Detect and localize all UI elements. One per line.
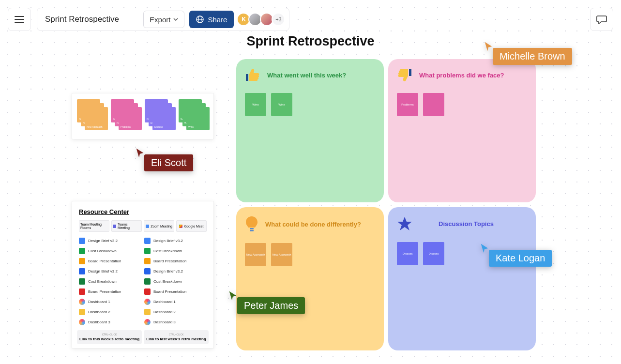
resource-label: Board Presentation bbox=[88, 259, 121, 263]
resource-label: Dashboard 2 bbox=[153, 310, 176, 314]
resource-row[interactable]: Dashboard 2 bbox=[79, 307, 141, 317]
resource-row[interactable]: Dashboard 3 bbox=[79, 317, 141, 327]
retro-link-this-week[interactable]: CTRL+CLICK Link to this week's retro mee… bbox=[77, 330, 142, 344]
resource-label: Board Presentation bbox=[88, 289, 121, 294]
resource-row[interactable]: Board Presentation bbox=[79, 287, 141, 297]
chat-icon bbox=[596, 15, 607, 24]
sticky-note[interactable] bbox=[423, 93, 444, 116]
canvas-title[interactable]: Sprint Retrospective bbox=[246, 34, 374, 49]
cursor-name: Michelle Brown bbox=[493, 48, 572, 65]
avatar-more[interactable]: +3 bbox=[272, 13, 285, 26]
palette-stack-purple[interactable]: Dis Dis Discuss bbox=[145, 99, 175, 133]
resource-row[interactable]: Design Brief v3.2 bbox=[144, 266, 207, 276]
resource-label: Cost Breakdown bbox=[153, 249, 182, 253]
retro-link-last-week[interactable]: CTRL+CLICK Link to last week's retro mee… bbox=[144, 330, 209, 344]
resource-row[interactable]: Dashboard 1 bbox=[144, 297, 207, 307]
share-button[interactable]: Share bbox=[189, 11, 234, 28]
svg-rect-7 bbox=[409, 69, 411, 76]
toolbar: Sprint Retrospective Export Share K +3 bbox=[8, 8, 289, 31]
resource-row[interactable]: Design Brief v3.2 bbox=[79, 266, 141, 276]
palette-card[interactable]: New New New Approach Prot Prot Problems … bbox=[72, 93, 214, 139]
thumbs-down-icon bbox=[397, 68, 412, 82]
resource-label: Cost Breakdown bbox=[153, 279, 182, 284]
share-label: Share bbox=[208, 15, 227, 24]
sticky-note[interactable]: Discuss bbox=[397, 242, 418, 265]
file-icon bbox=[144, 258, 151, 264]
cursor-icon bbox=[483, 41, 494, 52]
resource-row[interactable]: Design Brief v3.2 bbox=[79, 236, 141, 246]
file-icon bbox=[79, 299, 85, 305]
star-icon bbox=[397, 216, 412, 231]
file-icon bbox=[79, 248, 85, 254]
resource-row[interactable]: Dashboard 1 bbox=[79, 297, 141, 307]
quadrant-title: What could be done differently? bbox=[265, 221, 361, 228]
sticky-note[interactable]: Problems bbox=[397, 93, 418, 116]
file-icon bbox=[79, 288, 85, 295]
cursor-name: Kate Logan bbox=[489, 250, 552, 267]
resource-label: Design Brief v3.2 bbox=[88, 239, 118, 243]
resource-tab[interactable]: Team Meeting Rooms bbox=[79, 220, 109, 232]
quadrant-discussion[interactable]: Discussion Topics Discuss Discuss bbox=[388, 207, 536, 350]
resource-title: Resource Center bbox=[79, 208, 210, 215]
file-icon bbox=[144, 268, 151, 274]
file-icon bbox=[79, 238, 85, 244]
cursor-eli: Eli Scott bbox=[135, 148, 193, 171]
palette-stack-pink[interactable]: Prot Prot Problems bbox=[111, 99, 141, 133]
resource-tabs: Team Meeting Rooms Teams Meeting Zoom Me… bbox=[79, 220, 207, 232]
palette-stack-green[interactable]: Wi Wi Wins bbox=[179, 99, 209, 133]
sticky-note[interactable]: Wins bbox=[245, 93, 266, 116]
resource-row[interactable]: Cost Breakdown bbox=[79, 276, 141, 287]
sticky-note[interactable]: New Approach bbox=[245, 243, 266, 266]
zoom-icon bbox=[146, 225, 149, 228]
quadrant-title: What problems did we face? bbox=[419, 72, 504, 79]
export-button[interactable]: Export bbox=[143, 11, 184, 28]
resource-tab[interactable]: Zoom Meeting bbox=[144, 220, 174, 232]
svg-rect-6 bbox=[246, 74, 248, 81]
chat-button[interactable] bbox=[590, 8, 613, 31]
cursor-kate: Kate Logan bbox=[479, 243, 552, 267]
quadrant-problems[interactable]: What problems did we face? Problems bbox=[388, 59, 536, 202]
file-icon bbox=[79, 309, 85, 315]
resource-label: Cost Breakdown bbox=[88, 279, 117, 284]
resource-row[interactable]: Cost Breakdown bbox=[144, 276, 207, 287]
resource-row[interactable]: Design Brief v3.2 bbox=[144, 236, 207, 246]
menu-button[interactable] bbox=[8, 8, 31, 31]
cursor-icon bbox=[227, 290, 238, 301]
resource-label: Dashboard 3 bbox=[153, 320, 176, 324]
resource-label: Dashboard 3 bbox=[88, 320, 110, 324]
resource-row[interactable]: Board Presentation bbox=[144, 256, 207, 266]
file-icon bbox=[144, 319, 151, 325]
resource-label: Design Brief v3.2 bbox=[88, 269, 118, 273]
resource-row[interactable]: Board Presentation bbox=[79, 256, 141, 266]
resource-row[interactable]: Cost Breakdown bbox=[79, 246, 141, 256]
resource-row[interactable]: Cost Breakdown bbox=[144, 246, 207, 256]
sticky-note[interactable]: Wins bbox=[271, 93, 292, 116]
resource-tab[interactable]: Teams Meeting bbox=[111, 220, 142, 232]
sticky-note[interactable]: Discuss bbox=[423, 242, 444, 265]
avatar-letter: K bbox=[242, 16, 246, 23]
sticky-note[interactable]: New Approach bbox=[271, 243, 292, 266]
file-icon bbox=[79, 278, 85, 285]
file-icon bbox=[144, 299, 151, 305]
resource-column: Design Brief v3.2Cost BreakdownBoard Pre… bbox=[79, 236, 141, 327]
cursor-icon bbox=[479, 243, 490, 254]
quadrant-went-well[interactable]: What went well this week? Wins Wins bbox=[236, 59, 384, 202]
cursor-name: Eli Scott bbox=[144, 154, 193, 171]
resource-center-card[interactable]: Resource Center Team Meeting Rooms Teams… bbox=[72, 201, 214, 349]
document-title[interactable]: Sprint Retrospective bbox=[45, 15, 138, 24]
quadrant-title: What went well this week? bbox=[267, 72, 346, 79]
quadrant-differently[interactable]: What could be done differently? New Appr… bbox=[236, 207, 384, 350]
resource-label: Cost Breakdown bbox=[88, 249, 117, 253]
file-icon bbox=[79, 268, 85, 274]
collaborator-avatars[interactable]: K +3 bbox=[239, 13, 285, 26]
resource-row[interactable]: Dashboard 3 bbox=[144, 317, 207, 327]
lightbulb-icon bbox=[245, 216, 258, 232]
palette-stack-orange[interactable]: New New New Approach bbox=[77, 99, 107, 133]
resource-tab[interactable]: Google Meet bbox=[176, 220, 207, 232]
export-label: Export bbox=[150, 15, 170, 24]
resource-row[interactable]: Dashboard 2 bbox=[144, 307, 207, 317]
resource-label: Dashboard 2 bbox=[88, 310, 110, 314]
quadrant-header: What could be done differently? bbox=[245, 216, 375, 232]
resource-row[interactable]: Board Presentation bbox=[144, 287, 207, 297]
file-icon bbox=[144, 248, 151, 254]
